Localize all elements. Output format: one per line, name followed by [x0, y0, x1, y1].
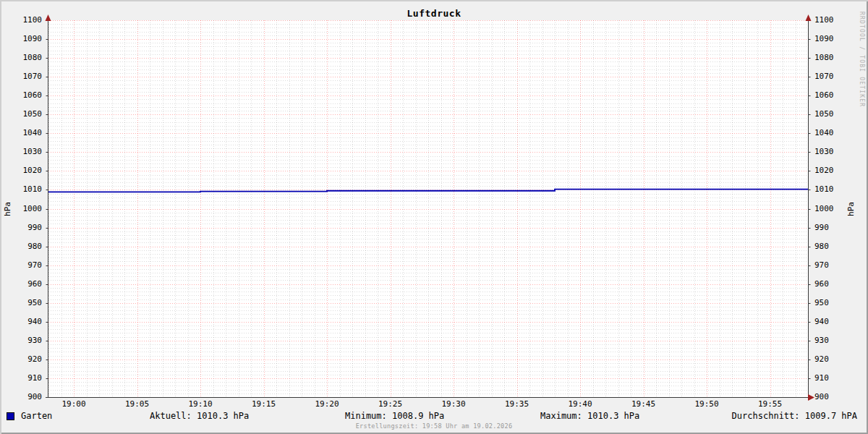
y-tick-label-left: 950 — [0, 299, 42, 307]
y-tick-label-right: 940 — [814, 318, 856, 326]
y-tick-label-right: 930 — [814, 336, 856, 345]
chart-svg — [0, 0, 868, 434]
y-tick-label-left: 1060 — [0, 91, 42, 100]
y-tick-label-right: 920 — [814, 355, 856, 364]
x-tick-label: 19:20 — [312, 400, 342, 409]
stat-durchschnitt: Durchschnitt: 1009.7 hPA — [732, 411, 857, 421]
y-tick-label-left: 940 — [0, 318, 42, 326]
y-tick-label-right: 980 — [814, 242, 856, 251]
stat-aktuell: Aktuell: 1010.3 hPa — [150, 411, 249, 421]
y-tick-label-left: 1090 — [0, 35, 42, 43]
x-tick-label: 19:55 — [755, 400, 786, 409]
x-tick-label: 19:35 — [502, 400, 532, 409]
y-tick-label-right: 1090 — [814, 35, 856, 43]
x-tick-label: 19:50 — [692, 400, 722, 409]
y-tick-label-right: 910 — [814, 374, 856, 383]
x-tick-label: 19:25 — [375, 400, 406, 409]
y-tick-label-left: 1080 — [0, 54, 42, 62]
y-axis-title-left: hPa — [4, 195, 12, 224]
y-tick-label-left: 970 — [0, 261, 42, 270]
y-tick-label-left: 1040 — [0, 129, 42, 137]
y-tick-label-left: 930 — [0, 336, 42, 345]
y-tick-label-right: 970 — [814, 261, 856, 270]
y-tick-label-right: 1050 — [814, 110, 856, 119]
x-tick-label: 19:45 — [629, 400, 659, 409]
y-tick-label-left: 920 — [0, 355, 42, 364]
x-tick-label: 19:10 — [185, 400, 216, 409]
x-tick-label: 19:40 — [565, 400, 595, 409]
y-tick-label-right: 1060 — [814, 91, 856, 100]
y-tick-label-right: 1070 — [814, 72, 856, 81]
stat-minimum: Minimum: 1008.9 hPa — [345, 411, 444, 421]
stat-maximum: Maximum: 1010.3 hPa — [540, 411, 639, 421]
y-tick-label-right: 960 — [814, 280, 856, 289]
y-tick-label-left: 910 — [0, 374, 42, 383]
y-tick-label-left: 900 — [0, 393, 42, 401]
y-tick-label-right: 1080 — [814, 54, 856, 62]
y-tick-label-left: 1020 — [0, 166, 42, 175]
axis-arrows — [46, 14, 815, 401]
y-tick-label-left: 1100 — [0, 16, 42, 25]
y-tick-label-right: 1030 — [814, 148, 856, 156]
x-tick-label: 19:05 — [122, 400, 153, 409]
y-tick-label-left: 990 — [0, 224, 42, 232]
major-gridlines — [48, 20, 808, 398]
y-axis-title-right: hPa — [847, 195, 856, 224]
rrdtool-graph-frame: Luftdruck 900910920930940950960970980990… — [0, 0, 868, 434]
y-tick-label-left: 1050 — [0, 110, 42, 119]
x-tick-label: 19:15 — [249, 400, 279, 409]
y-tick-label-left: 980 — [0, 242, 42, 251]
x-tick-label: 19:30 — [438, 400, 469, 409]
y-tick-label-right: 990 — [814, 224, 856, 232]
y-tick-label-right: 1100 — [814, 16, 856, 25]
x-tick-label: 19:00 — [59, 400, 89, 409]
y-tick-label-left: 1070 — [0, 72, 42, 81]
y-tick-label-left: 1010 — [0, 185, 42, 194]
creation-timestamp: Erstellungszeit: 19:58 Uhr am 19.02.2026 — [0, 422, 868, 430]
y-tick-label-right: 1040 — [814, 129, 856, 137]
rrdtool-watermark: RRDTOOL / TOBI OETIKER — [859, 12, 865, 107]
y-tick-label-right: 1010 — [814, 185, 856, 194]
legend-color-swatch — [7, 412, 14, 420]
y-tick-label-left: 960 — [0, 280, 42, 289]
y-tick-label-right: 1020 — [814, 166, 856, 175]
y-tick-label-left: 1030 — [0, 148, 42, 156]
legend-series-label: Garten — [21, 411, 52, 421]
y-tick-label-right: 900 — [814, 393, 856, 401]
y-tick-label-right: 950 — [814, 299, 856, 307]
